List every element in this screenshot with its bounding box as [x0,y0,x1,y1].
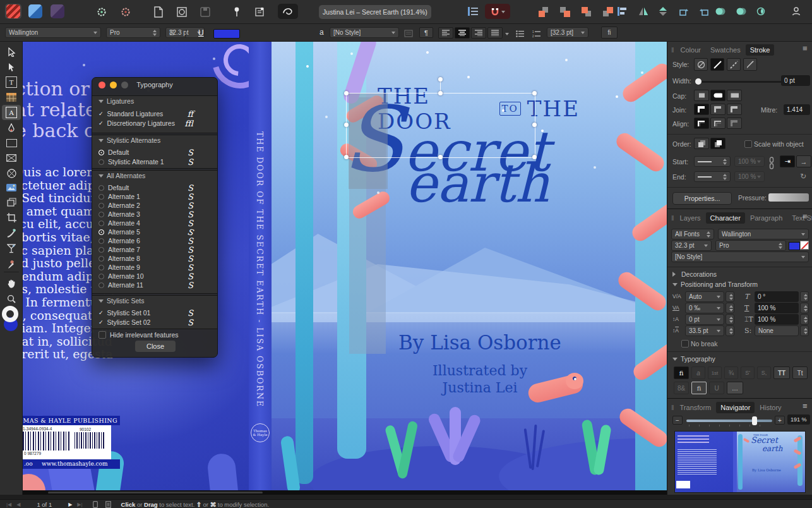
char-stroke-swatch[interactable] [800,241,809,250]
bullet-list-icon[interactable] [513,26,527,41]
all-fonts-combo[interactable]: All Fonts [671,229,714,239]
alternate-row[interactable]: Alternate 4S [99,219,212,227]
tg-more-button[interactable]: … [727,382,743,394]
alternate-row[interactable]: Alternate 6S [99,236,212,245]
alternate-row-selected[interactable]: Alternate 5S [99,227,212,236]
start-scale-combo[interactable]: 100 % [734,156,765,167]
fill-tool[interactable] [2,241,21,256]
zoom-in-button[interactable]: + [775,416,785,425]
align-caret-icon[interactable] [505,33,509,37]
tg-underline-alt-button[interactable]: U [709,382,724,394]
no-break-checkbox[interactable] [681,340,689,348]
alternate-row[interactable]: Alternate 2S [99,201,212,210]
selection-handle[interactable] [438,155,443,159]
shear-field[interactable]: 0 ° [755,291,799,302]
picture-frame-rectangle-tool[interactable] [2,150,21,166]
chevron-down-icon[interactable] [672,283,678,289]
char-font-size-combo[interactable]: 32.3 pt [671,240,712,251]
next-page-icon[interactable]: ▶ [68,502,72,507]
preview-mode-icon[interactable] [93,501,98,508]
hide-irrelevant-row[interactable]: Hide irrelevant features [99,330,212,339]
close-button[interactable]: Close [135,341,176,352]
panel-grip-icon[interactable]: ‖ [671,404,674,411]
align-centre-button[interactable] [694,118,709,129]
rotation-handle[interactable] [438,77,443,82]
colour-picker-tool[interactable] [2,257,21,272]
tab-layers[interactable]: Layers [676,212,705,224]
script-stepper[interactable] [800,325,809,336]
alignment-icon[interactable] [614,4,630,19]
char-font-family-combo[interactable]: Wallington [718,229,809,239]
vscale-stepper[interactable] [800,314,809,325]
scale-with-object-checkbox[interactable] [744,140,752,148]
tab-history[interactable]: History [755,402,785,413]
discretionary-ligatures-row[interactable]: ✓Discretionary Ligaturesﬄ [99,119,212,128]
flip-vertical-icon[interactable] [655,4,672,19]
tg-subscript-button[interactable]: S, [757,366,771,379]
view-hand-tool[interactable] [2,275,21,291]
arrange-backward-icon[interactable] [578,4,595,20]
show-special-characters-button[interactable]: ¶ [419,27,433,38]
frame-text-tool[interactable]: T [2,75,21,90]
leading-combo[interactable]: [32.3 pt] [547,27,588,38]
tab-paragraph[interactable]: Paragraph [746,212,787,224]
pages-tool[interactable] [2,195,21,210]
align-center-button[interactable] [455,27,470,39]
properties-button[interactable]: Properties... [672,192,732,205]
zoom-tool[interactable] [2,291,21,306]
tab-colour[interactable]: Colour [676,44,705,56]
app-publisher-icon[interactable] [5,4,21,19]
cap-round-button[interactable] [710,90,725,101]
tg-fractions-button[interactable]: ¾ [724,366,738,379]
app-photo-icon[interactable] [49,4,66,19]
standard-ligatures-row[interactable]: ✓Standard Ligaturesﬀ [99,109,212,118]
link-icon[interactable] [768,157,775,169]
alternate-row[interactable]: Alternate 1S [99,192,212,201]
tracking-combo[interactable]: 0 ‰ [685,303,724,313]
chevron-down-icon[interactable] [672,358,678,363]
cap-butt-button[interactable] [694,90,709,101]
bold-button[interactable]: B [169,28,175,37]
save-document-icon[interactable] [197,4,213,20]
panel-menu-icon[interactable]: ≡ [803,401,808,411]
alternate-row[interactable]: DefaultS [99,183,212,192]
tg-oldstyle-button[interactable]: 8& [674,382,689,394]
boolean-add-icon[interactable] [712,4,729,19]
typography-dialog[interactable]: Typography Ligatures ✓Standard Ligatures… [92,77,218,358]
rotate-left-icon[interactable] [676,4,692,19]
align-justify-button[interactable] [487,27,503,39]
underline-button[interactable]: U [198,28,204,37]
pin-icon[interactable] [229,4,245,20]
stylistic-set-01-row[interactable]: ✓Stylistic Set 01S [99,308,212,317]
pen-tool[interactable] [2,121,21,136]
kerning-combo[interactable]: Auto [685,291,724,302]
zoom-out-button[interactable]: − [672,416,683,425]
arrange-front-icon[interactable] [535,4,552,20]
selection-handle[interactable] [438,91,443,95]
text-selection-box[interactable] [346,93,535,158]
alt-default-row[interactable]: DefaultS [99,148,212,157]
stroke-colour-well[interactable] [2,306,18,322]
tg-ordinals-button[interactable]: 1st [708,366,722,379]
open-document-icon[interactable] [174,4,190,20]
align-inner-button[interactable] [710,118,725,129]
first-page-icon[interactable]: |◀ [6,502,11,507]
tab-transform[interactable]: Transform [676,402,716,413]
tg-ligatures-button[interactable]: fi [674,366,689,379]
hscale-stepper[interactable] [800,303,809,313]
snapping-button[interactable] [485,4,510,19]
cap-square-button[interactable] [727,90,742,101]
pressure-bar[interactable] [768,193,809,202]
text-colour-swatch[interactable] [213,29,240,39]
new-document-icon[interactable] [150,4,167,20]
font-family-combo[interactable]: Wallington [5,27,101,38]
tg-alternates-button[interactable]: a [691,366,705,379]
tab-stroke[interactable]: Stroke [746,44,775,56]
picture-frame-ellipse-tool[interactable] [2,166,21,181]
vector-crop-tool[interactable] [2,210,21,225]
canvas-hscrollbar[interactable] [23,490,667,495]
font-variant-stepper[interactable]: Pro [106,27,160,38]
arrow-end-button[interactable]: → [796,155,811,167]
persona-gear-red-icon[interactable] [117,4,134,20]
node-tool[interactable] [2,59,21,75]
